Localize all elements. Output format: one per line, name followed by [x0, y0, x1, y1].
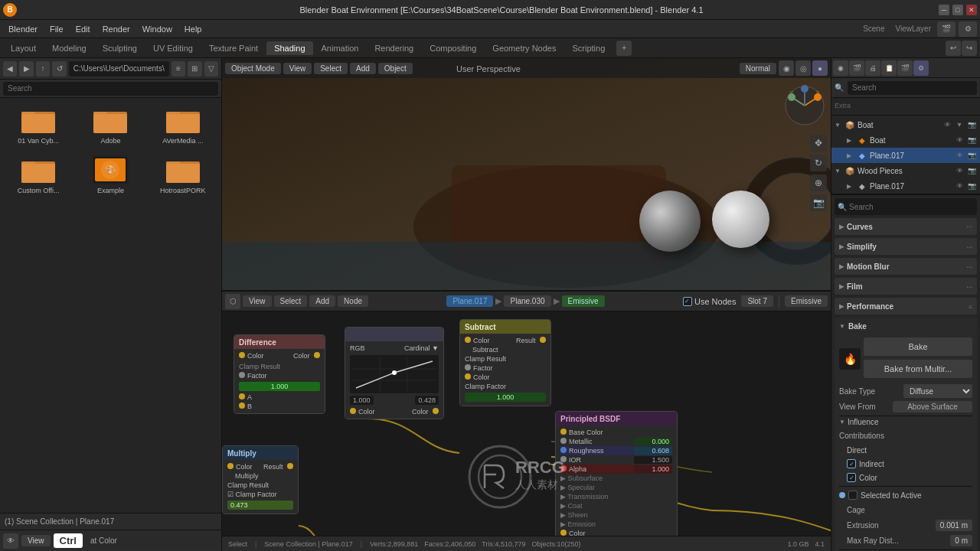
scene-props-btn[interactable]: 🎬: [897, 60, 913, 76]
back-button[interactable]: ◀: [3, 61, 17, 77]
boat-render-btn[interactable]: 📷: [966, 119, 977, 130]
grid-view-btn[interactable]: ⊞: [188, 61, 201, 77]
parent-button[interactable]: ↑: [36, 61, 50, 77]
vp-select-btn[interactable]: Select: [314, 63, 348, 74]
solid-shading-btn[interactable]: ◉: [779, 60, 794, 76]
list-view-btn[interactable]: ≡: [172, 61, 185, 77]
view-layer-props-btn[interactable]: 📋: [881, 60, 897, 76]
vp-add-btn[interactable]: Add: [350, 63, 376, 74]
tab-layout[interactable]: Layout: [3, 41, 44, 55]
global-redo-btn[interactable]: ↪: [962, 41, 977, 56]
vp-overlay-normal-btn[interactable]: Normal: [740, 63, 776, 74]
axis-gizmo[interactable]: X Y Z: [784, 85, 826, 127]
tab-texture-paint[interactable]: Texture Paint: [201, 41, 266, 55]
plane017-vis-btn[interactable]: 👁: [954, 150, 965, 161]
active-render-btn[interactable]: ⚙: [913, 60, 929, 76]
vp-view-btn[interactable]: View: [283, 63, 312, 74]
slot-btn[interactable]: Slot 7: [741, 295, 773, 307]
node-node-btn[interactable]: Node: [338, 295, 368, 307]
output-props-btn[interactable]: 🖨: [865, 60, 880, 76]
tab-rendering[interactable]: Rendering: [367, 41, 421, 55]
simplify-section-header[interactable]: ▶ Simplify ⋯: [835, 238, 977, 255]
boat-vis-btn[interactable]: 👁: [942, 119, 952, 130]
tab-uv-editing[interactable]: UV Editing: [145, 41, 201, 55]
multiply-node[interactable]: Multiply Color Result Multiply Clamp Res…: [222, 445, 299, 514]
zoom-tool[interactable]: ⊕: [810, 174, 827, 191]
global-undo-btn[interactable]: ↩: [946, 41, 961, 56]
maximize-button[interactable]: □: [952, 5, 963, 15]
outliner-row-plane017[interactable]: ▶ ◆ Plane.017 👁 📷: [831, 148, 980, 163]
performance-section-header[interactable]: ▶ Performance ≡: [835, 298, 977, 315]
vp-object-btn[interactable]: Object: [378, 63, 413, 74]
menu-edit[interactable]: Edit: [70, 23, 96, 35]
refresh-button[interactable]: ↺: [52, 61, 66, 77]
node-editor-canvas[interactable]: Difference Color Color Clamp Result Fact…: [222, 311, 831, 536]
material-shading-btn[interactable]: ◎: [795, 60, 811, 76]
add-workspace-button[interactable]: +: [616, 41, 632, 56]
shader-type-btn[interactable]: Emissive: [785, 295, 828, 307]
bake-button[interactable]: Bake: [864, 337, 972, 356]
boat-mesh-vis-btn[interactable]: 👁: [954, 135, 965, 145]
tab-animation[interactable]: Animation: [314, 41, 367, 55]
window-controls[interactable]: ─ □ ✕: [939, 5, 977, 15]
use-nodes-toggle[interactable]: ✓ Use Nodes: [683, 297, 736, 306]
nb-emissive[interactable]: Emissive: [562, 295, 605, 307]
difference-node[interactable]: Difference Color Color Clamp Result Fact…: [234, 334, 325, 414]
file-item-adobe[interactable]: Adobe: [77, 103, 144, 148]
bake-type-select[interactable]: Diffuse: [903, 384, 972, 398]
rendered-shading-btn[interactable]: ●: [812, 60, 828, 76]
max-ray-dist-value[interactable]: 0 m: [950, 535, 972, 546]
curves-section-header[interactable]: ▶ Curves ⋯: [835, 218, 977, 235]
rgb-node[interactable]: RGB Cardinal ▼: [345, 327, 444, 419]
bake-from-multi-button[interactable]: Bake from Multir...: [864, 360, 972, 378]
grab-tool[interactable]: ✥: [810, 135, 827, 152]
path-bar[interactable]: C:\Users\User\Documents\: [69, 61, 169, 77]
nb-plane030[interactable]: Plane.030: [504, 295, 550, 307]
menu-blender[interactable]: Blender: [3, 23, 43, 35]
color-checkbox[interactable]: ✓: [847, 473, 856, 482]
node-view-btn[interactable]: View: [243, 295, 272, 307]
forward-button[interactable]: ▶: [19, 61, 33, 77]
tab-modeling[interactable]: Modeling: [44, 41, 94, 55]
outliner-row-wood-pieces[interactable]: ▼ 📦 Wood Pieces 👁 📷: [831, 163, 980, 178]
small-view-btn[interactable]: 👁: [3, 533, 18, 549]
outliner-row-plane017b[interactable]: ▶ ◆ Plane.017 👁 📷: [831, 178, 980, 194]
menu-window[interactable]: Window: [137, 23, 178, 35]
file-item-example[interactable]: 🎨 Example: [77, 152, 144, 197]
right-search-input[interactable]: [848, 81, 977, 95]
minimize-button[interactable]: ─: [939, 5, 949, 15]
vp-mode-btn[interactable]: Object Mode: [225, 63, 281, 74]
menu-help[interactable]: Help: [179, 23, 207, 35]
file-item-avermedia[interactable]: AVerMedia ...: [149, 103, 217, 148]
file-search-input[interactable]: [3, 82, 218, 96]
file-item-hotroast[interactable]: HotroastPORK: [149, 152, 217, 197]
view-from-value[interactable]: Above Surface: [893, 401, 972, 412]
menu-file[interactable]: File: [44, 23, 69, 35]
small-mode-btn[interactable]: View: [21, 535, 51, 546]
wood-pieces-cam-btn[interactable]: 📷: [966, 165, 977, 176]
engine-cycles-btn[interactable]: 🎬: [937, 21, 956, 37]
tab-sculpting[interactable]: Sculpting: [95, 41, 145, 55]
rotate-tool[interactable]: ↻: [810, 155, 827, 171]
use-nodes-checkbox[interactable]: ✓: [683, 297, 692, 306]
boat-mesh-cam-btn[interactable]: 📷: [966, 135, 977, 145]
plane017-cam-btn[interactable]: 📷: [966, 150, 977, 161]
close-button[interactable]: ✕: [966, 5, 977, 15]
file-item-custom-offi[interactable]: Custom Offi...: [5, 152, 72, 197]
plane017b-vis-btn[interactable]: 👁: [954, 181, 965, 191]
bake-section-header[interactable]: ▼ Bake: [835, 318, 977, 334]
viewport-3d[interactable]: Object Mode View Select Add Object Norma…: [222, 58, 831, 292]
selected-to-active-checkbox[interactable]: [848, 491, 858, 500]
outliner-icon-btn[interactable]: ◉: [833, 60, 848, 76]
node-editor-icon[interactable]: ⬡: [225, 294, 240, 309]
extrusion-value[interactable]: 0.001 m: [936, 520, 972, 531]
camera-tool[interactable]: 📷: [810, 194, 827, 211]
tab-scripting[interactable]: Scripting: [564, 41, 612, 55]
engine-eevee-btn[interactable]: ⚙: [959, 21, 977, 37]
menu-render[interactable]: Render: [97, 23, 136, 35]
film-section-header[interactable]: ▶ Film ⋯: [835, 278, 977, 295]
node-select-btn[interactable]: Select: [274, 295, 308, 307]
influence-toggle[interactable]: ▼ Influence: [839, 418, 972, 426]
principled-bsdf-node[interactable]: Principled BSDF Base Color Metallic 0.00…: [555, 411, 678, 536]
filter-btn[interactable]: ▽: [204, 61, 218, 77]
